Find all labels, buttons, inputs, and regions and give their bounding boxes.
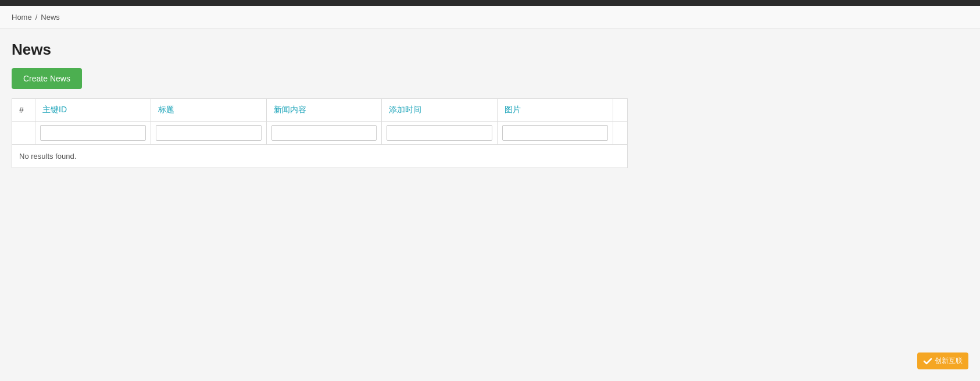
col-header-title[interactable]: 标题: [151, 99, 266, 122]
filter-title-cell: [151, 122, 266, 145]
page-title: News: [12, 41, 628, 59]
filter-title-input[interactable]: [156, 125, 262, 141]
col-header-actions: [613, 99, 627, 122]
filter-image-cell: [498, 122, 613, 145]
breadcrumb: Home / News: [12, 13, 968, 22]
filter-hash-cell: [12, 122, 35, 145]
col-header-hash: #: [12, 99, 35, 122]
top-nav: [0, 0, 980, 6]
breadcrumb-home-link[interactable]: Home: [12, 13, 32, 22]
table-header-row: # 主键ID 标题 新闻内容 添加时间 图片: [12, 99, 628, 122]
filter-time-cell: [382, 122, 498, 145]
col-header-image[interactable]: 图片: [498, 99, 613, 122]
filter-content-cell: [266, 122, 382, 145]
filter-time-input[interactable]: [387, 125, 492, 141]
no-results-text: No results found.: [12, 145, 628, 168]
filter-content-input[interactable]: [271, 125, 377, 141]
filter-image-input[interactable]: [502, 125, 608, 141]
col-header-content[interactable]: 新闻内容: [266, 99, 382, 122]
col-header-id[interactable]: 主键ID: [35, 99, 151, 122]
breadcrumb-bar: Home / News: [0, 6, 980, 29]
create-news-button[interactable]: Create News: [12, 68, 82, 89]
filter-actions-cell: [613, 122, 627, 145]
breadcrumb-separator: /: [35, 13, 38, 22]
news-table: # 主键ID 标题 新闻内容 添加时间 图片: [12, 98, 628, 168]
filter-id-input[interactable]: [40, 125, 146, 141]
table-filter-row: [12, 122, 628, 145]
filter-id-cell: [35, 122, 151, 145]
breadcrumb-current: News: [41, 13, 60, 22]
no-results-row: No results found.: [12, 145, 628, 168]
col-header-time[interactable]: 添加时间: [382, 99, 498, 122]
